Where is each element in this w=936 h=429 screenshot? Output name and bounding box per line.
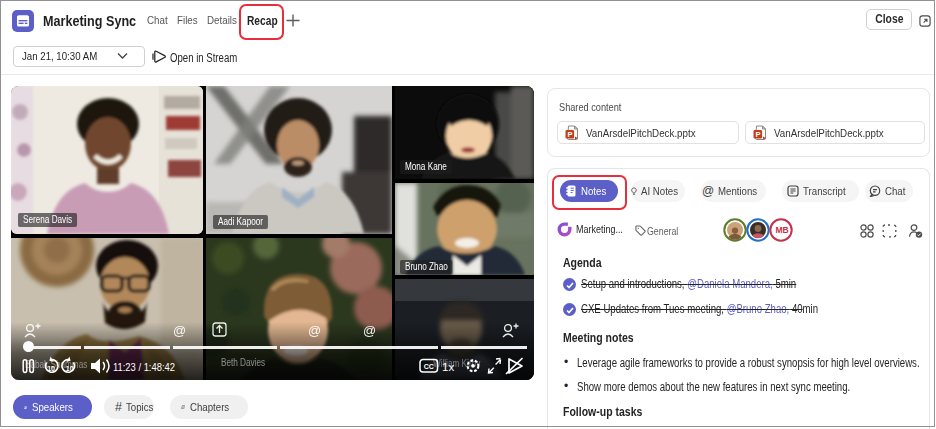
svg-text:10: 10 <box>47 365 55 372</box>
svg-text:11:23 / 1:48:42: 11:23 / 1:48:42 <box>113 361 175 373</box>
svg-text:@: @ <box>308 323 321 338</box>
svg-text:@: @ <box>173 323 186 338</box>
svg-text:10: 10 <box>66 365 74 372</box>
svg-text:P: P <box>756 130 761 139</box>
svg-text:CC: CC <box>424 363 434 370</box>
svg-text:1x: 1x <box>442 361 454 373</box>
svg-text:@: @ <box>363 323 376 338</box>
svg-text:P: P <box>568 130 573 139</box>
svg-text:MB: MB <box>776 225 789 235</box>
